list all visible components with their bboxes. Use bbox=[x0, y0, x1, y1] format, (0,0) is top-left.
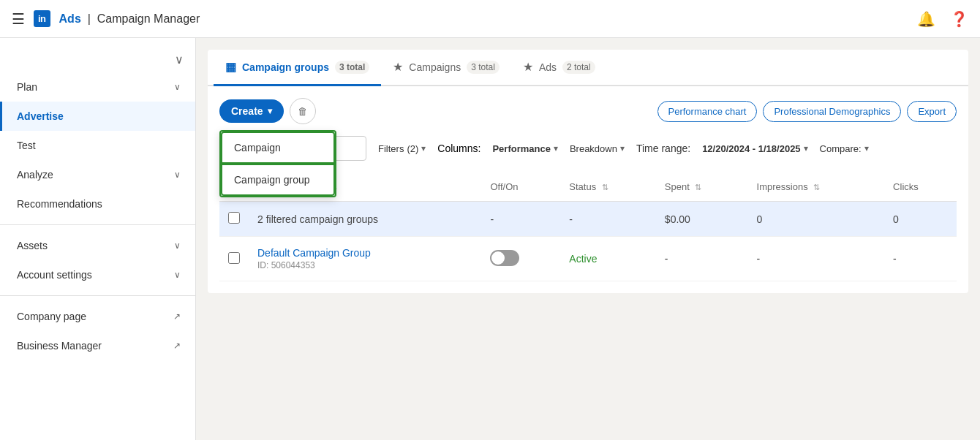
nav-left: ☰ in Ads | Campaign Manager bbox=[12, 10, 200, 28]
sidebar-item-label: Account settings bbox=[17, 269, 92, 281]
columns-label: Columns: bbox=[437, 143, 480, 154]
app-product: Ads bbox=[59, 12, 81, 25]
tab-label: Campaign groups bbox=[242, 61, 329, 73]
tab-badge: 3 total bbox=[335, 61, 369, 74]
row-impressions-cell: - bbox=[748, 237, 885, 281]
performance-chart-button[interactable]: Performance chart bbox=[657, 101, 758, 122]
column-clicks-label: Clicks bbox=[893, 181, 919, 192]
summary-clicks: 0 bbox=[893, 213, 899, 225]
sidebar-item-label: Recommendations bbox=[17, 198, 102, 210]
create-button[interactable]: Create ▾ bbox=[219, 99, 284, 123]
status-badge: Active bbox=[569, 253, 597, 265]
sidebar-collapse-button[interactable]: ∨ bbox=[175, 53, 184, 67]
breakdown-label: Breakdown bbox=[570, 143, 617, 154]
summary-checkbox[interactable] bbox=[228, 212, 240, 224]
time-range-label: Time range: bbox=[636, 143, 690, 154]
tab-ads[interactable]: ★ Ads 2 total bbox=[511, 50, 607, 86]
sidebar-item-assets[interactable]: Assets ∨ bbox=[0, 231, 195, 260]
filters-count: (2) bbox=[407, 143, 418, 154]
row-clicks-cell: - bbox=[884, 237, 957, 281]
column-status-label: Status bbox=[569, 181, 596, 192]
sidebar-item-analyze[interactable]: Analyze ∨ bbox=[0, 160, 195, 189]
chevron-down-icon: ∨ bbox=[174, 82, 181, 92]
columns-value: Performance bbox=[492, 143, 550, 154]
filters-button[interactable]: Filters (2) ▾ bbox=[378, 143, 426, 154]
tab-label: Ads bbox=[539, 61, 557, 73]
compare-button[interactable]: Compare: ▾ bbox=[820, 143, 869, 154]
ads-icon: ★ bbox=[523, 60, 533, 74]
sidebar-divider bbox=[0, 224, 195, 225]
filters-chevron-icon: ▾ bbox=[421, 143, 426, 153]
notification-icon[interactable]: 🔔 bbox=[917, 10, 935, 28]
row-status-cell: Active bbox=[560, 237, 656, 281]
export-button[interactable]: Export bbox=[907, 101, 957, 122]
app-subtitle: Campaign Manager bbox=[97, 12, 200, 25]
sort-icon[interactable]: ⇅ bbox=[813, 183, 820, 191]
main-content: ▦ Campaign groups 3 total ★ Campaigns 3 … bbox=[196, 38, 980, 440]
dropdown-item-campaign-group[interactable]: Campaign group bbox=[221, 164, 335, 196]
time-range-chevron-icon: ▾ bbox=[804, 143, 808, 153]
delete-icon: 🗑 bbox=[298, 106, 307, 117]
linkedin-logo: in bbox=[34, 10, 50, 27]
sidebar-item-label: Assets bbox=[17, 240, 48, 251]
column-header-spent: Spent ⇅ bbox=[656, 172, 748, 202]
tab-badge: 3 total bbox=[467, 61, 500, 74]
row-checkbox[interactable] bbox=[228, 252, 240, 264]
time-range-button[interactable]: 12/20/2024 - 1/18/2025 ▾ bbox=[702, 143, 807, 154]
chevron-down-icon: ∨ bbox=[174, 240, 181, 251]
toolbar-right: Performance chart Professional Demograph… bbox=[657, 101, 957, 122]
sidebar-item-label: Test bbox=[17, 140, 36, 151]
sort-icon[interactable]: ⇅ bbox=[602, 183, 608, 191]
summary-name: 2 filtered campaign groups bbox=[257, 213, 378, 225]
toolbar-left: Create ▾ 🗑 Campaign Campaign group bbox=[219, 98, 316, 124]
create-dropdown-menu: Campaign Campaign group bbox=[219, 130, 336, 197]
columns-performance-button[interactable]: Performance ▾ bbox=[492, 143, 557, 154]
professional-demographics-button[interactable]: Professional Demographics bbox=[763, 101, 901, 122]
tab-campaign-groups[interactable]: ▦ Campaign groups 3 total bbox=[214, 50, 381, 86]
breakdown-button[interactable]: Breakdown ▾ bbox=[570, 143, 625, 154]
sidebar-item-business-manager[interactable]: Business Manager ↗ bbox=[0, 331, 195, 360]
sidebar-item-company-page[interactable]: Company page ↗ bbox=[0, 302, 195, 331]
row-toggle-cell bbox=[481, 237, 560, 281]
sidebar-item-recommendations[interactable]: Recommendations bbox=[0, 189, 195, 219]
campaign-name-link[interactable]: Default Campaign Group bbox=[257, 247, 371, 259]
campaign-groups-icon: ▦ bbox=[225, 60, 236, 74]
sidebar-item-account-settings[interactable]: Account settings ∨ bbox=[0, 260, 195, 289]
sidebar-item-label: Analyze bbox=[17, 169, 53, 181]
row-spent: - bbox=[665, 253, 668, 265]
compare-label: Compare: bbox=[820, 143, 862, 154]
sidebar-item-plan[interactable]: Plan ∨ bbox=[0, 72, 195, 102]
column-header-off-on: Off/On bbox=[481, 172, 560, 202]
column-off-on-label: Off/On bbox=[490, 181, 518, 192]
summary-status-cell: - bbox=[560, 202, 656, 237]
table-row: Default Campaign Group ID: 506044353 Act… bbox=[219, 237, 957, 281]
summary-impressions-cell: 0 bbox=[748, 202, 885, 237]
campaigns-icon: ★ bbox=[393, 60, 403, 74]
dropdown-item-campaign[interactable]: Campaign bbox=[221, 132, 335, 164]
help-icon[interactable]: ❓ bbox=[950, 10, 968, 28]
toggle-knob bbox=[491, 251, 505, 265]
campaign-toggle[interactable] bbox=[490, 250, 519, 266]
filters-label: Filters bbox=[378, 143, 404, 154]
sidebar-item-label: Company page bbox=[17, 311, 86, 322]
sidebar-collapse-area: ∨ bbox=[0, 47, 195, 72]
sidebar-item-label: Business Manager bbox=[17, 340, 102, 352]
row-checkbox-cell bbox=[219, 237, 249, 281]
chevron-down-icon: ∨ bbox=[174, 270, 181, 280]
summary-spent: $0.00 bbox=[665, 213, 690, 225]
nav-right: 🔔 ❓ bbox=[917, 10, 968, 28]
campaign-id: ID: 506044353 bbox=[257, 260, 315, 270]
tab-campaigns[interactable]: ★ Campaigns 3 total bbox=[381, 50, 511, 86]
row-impressions: - bbox=[757, 253, 761, 265]
hamburger-menu[interactable]: ☰ bbox=[12, 10, 25, 28]
sort-icon[interactable]: ⇅ bbox=[695, 183, 701, 191]
sidebar: ∨ Plan ∨ Advertise Test Analyze ∨ Recomm… bbox=[0, 38, 196, 440]
row-clicks: - bbox=[893, 253, 897, 265]
summary-checkbox-cell bbox=[219, 202, 249, 237]
summary-status: - bbox=[569, 213, 573, 225]
sidebar-item-advertise[interactable]: Advertise bbox=[0, 102, 195, 131]
delete-button[interactable]: 🗑 bbox=[290, 98, 316, 124]
tabs-bar: ▦ Campaign groups 3 total ★ Campaigns 3 … bbox=[208, 50, 968, 86]
tab-badge: 2 total bbox=[562, 61, 595, 74]
sidebar-item-test[interactable]: Test bbox=[0, 131, 195, 160]
